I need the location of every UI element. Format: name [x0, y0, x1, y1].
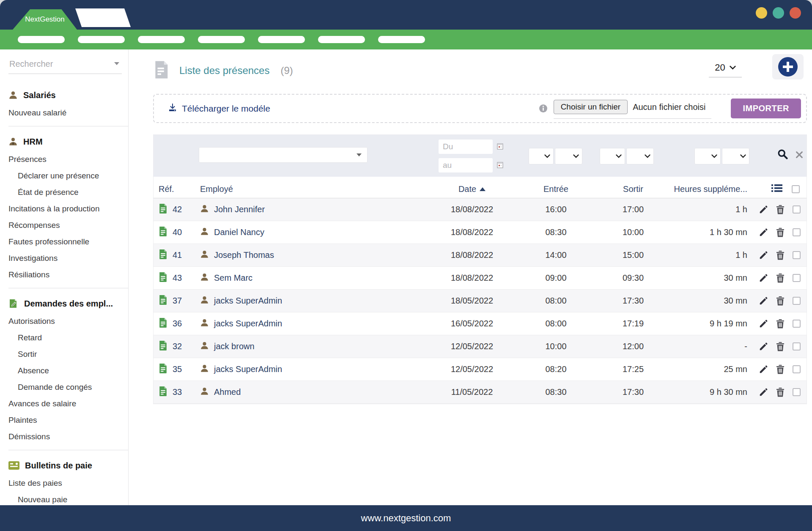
delete-icon[interactable] [776, 273, 785, 283]
sidebar-item[interactable]: État de présence [8, 184, 122, 200]
page-size-select[interactable]: 20 [709, 62, 742, 77]
exit-hour-select[interactable] [600, 148, 625, 164]
date-from-input[interactable] [439, 140, 493, 154]
sidebar-item[interactable]: Démissions [8, 428, 122, 445]
sidebar-item[interactable]: Incitations à la production [8, 200, 122, 217]
delete-icon[interactable] [776, 387, 785, 397]
sidebar-item[interactable]: Retard [8, 329, 122, 346]
employee-link[interactable]: Daniel Nancy [200, 227, 430, 238]
sidebar-item[interactable]: Sortir [8, 346, 122, 362]
overtime-minute-select[interactable] [722, 148, 749, 164]
edit-icon[interactable] [759, 205, 768, 214]
close-icon[interactable] [795, 150, 804, 161]
sidebar-section-heading[interactable]: HRM [8, 132, 122, 151]
employee-filter-select[interactable] [199, 147, 368, 163]
search-icon[interactable] [777, 148, 788, 161]
column-ref[interactable]: Réf. [154, 184, 200, 194]
row-checkbox[interactable] [793, 205, 801, 213]
nav-pill[interactable] [198, 36, 245, 43]
column-entry[interactable]: Entrée [514, 184, 598, 194]
row-checkbox[interactable] [793, 251, 801, 259]
sidebar-search[interactable] [8, 57, 122, 74]
sidebar-item[interactable]: Avances de salaire [8, 395, 122, 412]
edit-icon[interactable] [759, 365, 768, 374]
edit-icon[interactable] [759, 228, 768, 237]
close-button[interactable] [790, 7, 801, 19]
nav-pill[interactable] [138, 36, 185, 43]
row-checkbox[interactable] [793, 365, 801, 373]
employee-link[interactable]: Ahmed [200, 387, 430, 398]
sidebar-section-heading[interactable]: Demandes des empl... [8, 294, 122, 313]
exit-minute-select[interactable] [626, 148, 654, 164]
employee-link[interactable]: Joseph Thomas [200, 250, 430, 261]
edit-icon[interactable] [759, 342, 768, 351]
sidebar-section-heading[interactable]: Salariés [8, 86, 122, 104]
user-icon [8, 90, 18, 100]
calendar-icon[interactable] [497, 143, 503, 151]
sidebar-section-heading[interactable]: Bulletins de paie [8, 456, 122, 475]
row-checkbox[interactable] [793, 342, 801, 350]
row-checkbox[interactable] [793, 388, 801, 396]
download-template-link[interactable]: Télécharger le modéle [167, 102, 270, 115]
edit-icon[interactable] [759, 319, 768, 328]
calendar-icon[interactable] [497, 161, 503, 170]
delete-icon[interactable] [776, 319, 785, 328]
sidebar-item[interactable]: Nouveau paie [8, 491, 122, 505]
nav-pill[interactable] [378, 36, 425, 43]
import-button[interactable]: IMPORTER [731, 99, 801, 118]
date-to-input[interactable] [439, 158, 493, 172]
column-employee[interactable]: Employé [200, 184, 430, 194]
sidebar-item[interactable]: Plaintes [8, 412, 122, 428]
delete-icon[interactable] [776, 342, 785, 351]
minimize-button[interactable] [756, 7, 767, 19]
delete-icon[interactable] [776, 205, 785, 214]
sidebar-item[interactable]: Demande de congés [8, 379, 122, 395]
row-checkbox[interactable] [793, 297, 801, 305]
row-checkbox[interactable] [793, 320, 801, 328]
list-view-icon[interactable] [771, 183, 782, 195]
employee-link[interactable]: John Jennifer [200, 204, 430, 215]
select-all-checkbox[interactable] [792, 185, 800, 193]
delete-icon[interactable] [776, 296, 785, 306]
sidebar-item[interactable]: Récompenses [8, 217, 122, 233]
maximize-button[interactable] [773, 7, 784, 19]
column-overtime[interactable]: Heures suppléme... [669, 184, 747, 194]
employee-link[interactable]: jacks SuperAdmin [200, 364, 430, 375]
sidebar-item[interactable]: Nouveau salarié [8, 104, 122, 121]
employee-link[interactable]: Sem Marc [200, 273, 430, 284]
sidebar-item[interactable]: Fautes professionnelle [8, 233, 122, 250]
row-checkbox[interactable] [793, 228, 801, 236]
sidebar-item[interactable]: Résiliations [8, 266, 122, 283]
edit-icon[interactable] [759, 296, 768, 306]
blank-tab [75, 8, 131, 27]
column-exit[interactable]: Sortir [598, 184, 669, 194]
sidebar-item[interactable]: Autorisations [8, 313, 122, 329]
employee-link[interactable]: jacks SuperAdmin [200, 318, 430, 329]
entry-minute-select[interactable] [555, 148, 582, 164]
edit-icon[interactable] [759, 274, 768, 283]
employee-link[interactable]: jacks SuperAdmin [200, 296, 430, 307]
choose-file-button[interactable]: Choisir un fichier [554, 100, 628, 114]
add-presence-button[interactable] [772, 54, 804, 79]
sidebar-item[interactable]: Présences [8, 151, 122, 167]
nav-pill[interactable] [318, 36, 365, 43]
delete-icon[interactable] [776, 227, 785, 237]
brand-tab[interactable]: NextGestion [13, 9, 77, 30]
column-date[interactable]: Date [430, 184, 514, 194]
edit-icon[interactable] [759, 388, 768, 397]
entry-hour-select[interactable] [529, 148, 554, 164]
delete-icon[interactable] [776, 364, 785, 374]
row-checkbox[interactable] [793, 274, 801, 282]
nav-pill[interactable] [78, 36, 125, 43]
nav-pill[interactable] [18, 36, 65, 43]
edit-icon[interactable] [759, 251, 768, 260]
employee-link[interactable]: jack brown [200, 341, 430, 352]
overtime-hour-select[interactable] [694, 148, 721, 164]
sidebar-item[interactable]: Absence [8, 362, 122, 379]
sidebar-item[interactable]: Investigations [8, 250, 122, 266]
delete-icon[interactable] [776, 250, 785, 260]
nav-pill[interactable] [258, 36, 305, 43]
sidebar-item[interactable]: Liste des paies [8, 475, 122, 491]
search-input[interactable] [8, 59, 106, 69]
sidebar-item[interactable]: Déclarer une présence [8, 167, 122, 184]
